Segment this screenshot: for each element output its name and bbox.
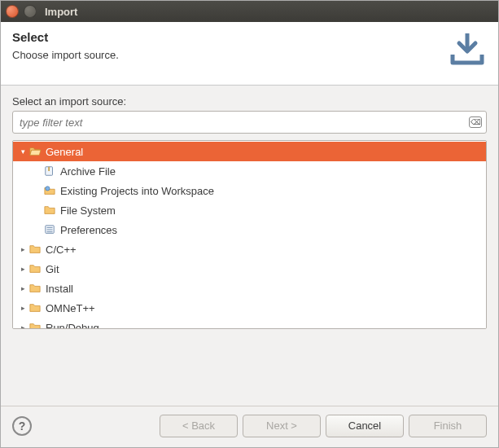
finish-button[interactable]: Finish — [409, 415, 487, 437]
folder-icon — [28, 302, 42, 314]
tree-node-label: C/C++ — [46, 244, 77, 256]
tree-node-label: Preferences — [60, 224, 117, 236]
expand-right-icon[interactable]: ▸ — [18, 265, 28, 273]
import-icon — [448, 30, 487, 72]
tree-node-label: OMNeT++ — [46, 302, 95, 314]
expand-down-icon[interactable]: ▾ — [18, 147, 28, 156]
tree-leaf[interactable]: File System — [13, 200, 486, 220]
wizard-content: Select an import source: ⌫ ▾GeneralArchi… — [1, 86, 498, 406]
tree-node-label: File System — [60, 204, 116, 217]
expand-right-icon[interactable]: ▸ — [18, 323, 28, 329]
help-button[interactable]: ? — [12, 416, 32, 436]
archive-icon — [42, 165, 57, 177]
wizard-footer: ? < Back Next > Cancel Finish — [1, 406, 498, 447]
expand-right-icon[interactable]: ▸ — [18, 304, 28, 312]
prefs-icon — [42, 224, 57, 235]
window-title: Import — [45, 6, 77, 18]
tree-leaf[interactable]: Preferences — [13, 220, 486, 239]
folder-icon — [28, 322, 42, 329]
import-source-label: Select an import source: — [12, 95, 487, 108]
tree-node-label: Install — [46, 283, 73, 295]
tree-node-label: General — [46, 146, 83, 158]
cancel-button[interactable]: Cancel — [326, 415, 404, 437]
tree-leaf[interactable]: Archive File — [13, 161, 486, 181]
clear-filter-icon[interactable]: ⌫ — [469, 116, 482, 128]
tree-category[interactable]: ▸OMNeT++ — [13, 298, 486, 318]
window-close-button[interactable] — [6, 5, 19, 18]
tree-node-label: Git — [46, 263, 59, 275]
back-button[interactable]: < Back — [160, 415, 238, 437]
project-icon — [42, 185, 57, 196]
window-minimize-button[interactable] — [24, 5, 37, 18]
tree-category[interactable]: ▾General — [13, 142, 486, 161]
filter-input[interactable] — [12, 111, 487, 134]
tree-category[interactable]: ▸C/C++ — [13, 239, 486, 259]
banner-heading: Select — [12, 30, 119, 44]
tree-node-label: Run/Debug — [46, 322, 99, 330]
banner-subheading: Choose import source. — [12, 49, 119, 61]
tree-leaf[interactable]: Existing Projects into Workspace — [13, 181, 486, 200]
titlebar[interactable]: Import — [1, 1, 498, 22]
import-source-tree[interactable]: ▾GeneralArchive FileExisting Projects in… — [12, 140, 487, 329]
wizard-banner: Select Choose import source. — [1, 22, 498, 86]
folder-icon — [28, 283, 42, 294]
tree-category[interactable]: ▸Git — [13, 259, 486, 279]
next-button[interactable]: Next > — [243, 415, 321, 437]
tree-node-label: Existing Projects into Workspace — [60, 185, 214, 197]
folder-icon — [28, 244, 42, 255]
folder-icon — [28, 263, 42, 275]
tree-category[interactable]: ▸Install — [13, 279, 486, 298]
import-wizard-window: Import Select Choose import source. Sele… — [0, 0, 499, 448]
tree-category[interactable]: ▸Run/Debug — [13, 318, 486, 329]
expand-right-icon[interactable]: ▸ — [18, 245, 28, 253]
folder-open-icon — [28, 146, 42, 157]
expand-right-icon[interactable]: ▸ — [18, 284, 28, 292]
folder-icon — [42, 204, 57, 216]
tree-node-label: Archive File — [60, 165, 116, 178]
